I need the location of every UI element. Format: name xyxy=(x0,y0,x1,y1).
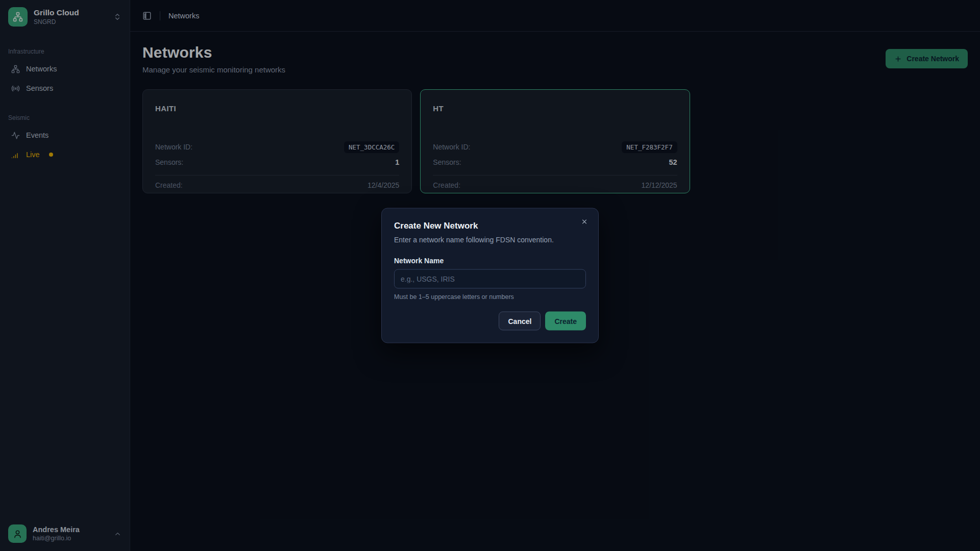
close-icon[interactable] xyxy=(579,216,590,228)
cancel-button[interactable]: Cancel xyxy=(499,312,541,331)
modal-actions: Cancel Create xyxy=(394,312,586,331)
network-name-helper: Must be 1–5 uppercase letters or numbers xyxy=(394,293,586,300)
create-button[interactable]: Create xyxy=(545,312,586,331)
network-name-input[interactable] xyxy=(394,269,586,289)
modal-title: Create New Network xyxy=(394,221,586,231)
network-name-label: Network Name xyxy=(394,257,586,265)
create-network-modal: Create New Network Enter a network name … xyxy=(381,208,599,343)
modal-description: Enter a network name following FDSN conv… xyxy=(394,236,586,244)
